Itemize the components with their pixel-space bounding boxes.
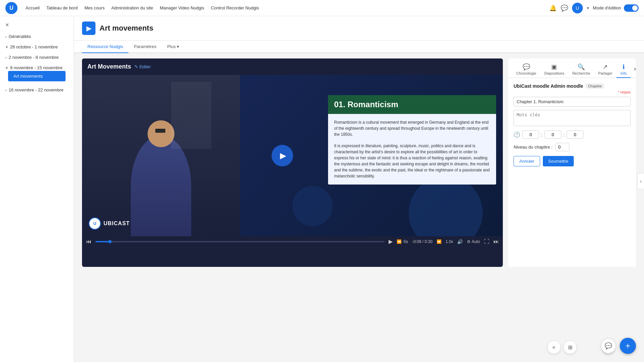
skip-to-start-button[interactable]: ⏮	[86, 239, 91, 245]
bg-circle-1	[409, 176, 483, 236]
skip-to-end-button[interactable]: ⏭	[493, 239, 499, 245]
tab-plus[interactable]: Plus ▾	[162, 41, 185, 53]
content-area: ▶ Art movements Ressource Nudgis Paramèt…	[74, 16, 644, 362]
video-controls: ⏮ ▶ ⏪ -5s -0:09 / 0:30 ⏩	[82, 236, 503, 247]
chevron-icon-generalites: ›	[5, 35, 7, 39]
edit-link[interactable]: ✎ Editer	[134, 64, 151, 69]
slide-text-2: It is expressed in literature, painting,…	[334, 143, 490, 179]
add-fab-icon: +	[626, 341, 630, 351]
sidebar-handle[interactable]: ›	[637, 173, 644, 189]
nav-prev-button[interactable]: «	[547, 340, 561, 354]
info-app-title: UbiCast moodle Admin moodle	[514, 83, 583, 89]
nav-manager-video[interactable]: Manager Video Nudgis	[160, 5, 204, 10]
nav-administration[interactable]: Administration du site	[111, 5, 153, 10]
sidebar-close-button[interactable]: ×	[0, 20, 74, 31]
ubicast-overlay: U UBICAST	[89, 217, 130, 230]
settings-icon: ⚙	[467, 239, 471, 244]
chat-icon[interactable]: 💬	[561, 4, 568, 12]
sidebar-section-nov16-header[interactable]: › 16 novembre - 22 novembre	[5, 87, 68, 92]
btn-row: Annuler Soumettre	[514, 156, 631, 166]
submit-button[interactable]: Soumettre	[543, 156, 574, 166]
panel-tab-partager[interactable]: ↗ Partager	[594, 61, 616, 78]
level-select[interactable]: 0 1 2	[555, 143, 569, 151]
panel-tab-diapositives[interactable]: ▣ Diapositives	[540, 61, 568, 78]
slide-title: 01. Romanticism	[334, 100, 398, 109]
clock-icon: 🕐	[514, 131, 520, 138]
chevron-icon-nov16: ›	[5, 88, 7, 92]
comment-fab-icon: 💬	[605, 342, 612, 350]
nav-control-recorder[interactable]: Control Recorder Nudgis	[211, 5, 259, 10]
bell-icon[interactable]: 🔔	[549, 4, 557, 12]
chapter-input[interactable]	[514, 97, 631, 107]
video-title: Art Movements	[87, 63, 131, 70]
skip-forward-icon: ⏩	[437, 239, 442, 244]
level-label: Niveau du chapitre :	[514, 145, 553, 150]
level-row: Niveau du chapitre : 0 1 2	[514, 143, 631, 151]
nav-tableau[interactable]: Tableau de bord	[46, 5, 78, 10]
time-hours-input[interactable]	[522, 130, 539, 139]
slide-body: Romanticism is a cultural movement that …	[328, 114, 496, 185]
mode-edition-container: Mode d'édition	[593, 4, 639, 12]
cancel-button[interactable]: Annuler	[514, 156, 540, 166]
partager-label: Partager	[598, 71, 612, 75]
slide-overlay: 01. Romanticism Romanticism is a cultura…	[328, 95, 496, 185]
comment-fab-button[interactable]: 💬	[601, 338, 616, 353]
tabs-bar: Ressource Nudgis Paramètres Plus ▾	[74, 41, 644, 53]
navbar-right: 🔔 💬 U ▾ Mode d'édition	[549, 3, 639, 13]
panel-tab-info[interactable]: ℹ Info	[616, 61, 631, 78]
sidebar-handle-icon: ›	[640, 178, 642, 184]
user-avatar[interactable]: U	[572, 3, 583, 13]
mode-edition-toggle[interactable]	[624, 4, 639, 12]
fab-container: 💬 +	[601, 338, 636, 354]
panel-tab-recherche[interactable]: 🔍 Recherche	[568, 61, 594, 78]
sidebar-section-oct26: ∨ 26 octobre - 1 novembre	[0, 42, 74, 52]
sidebar-section-nov2-header[interactable]: › 2 novembre - 8 novembre	[5, 55, 68, 60]
sidebar-section-nov9-header[interactable]: ∨ 9 novembre - 15 novembre	[5, 65, 68, 70]
sidebar-section-oct26-header[interactable]: ∨ 26 octobre - 1 novembre	[5, 44, 68, 49]
fullscreen-button[interactable]: ⛶	[484, 239, 489, 245]
nav-mes-cours[interactable]: Mes cours	[84, 5, 105, 10]
video-header: Art Movements ✎ Editer	[82, 58, 503, 75]
panel-tab-chronologie[interactable]: 💬 Chronologie	[512, 61, 540, 78]
sidebar-section-nov2-label: 2 novembre - 8 novembre	[9, 55, 59, 60]
navbar-logo[interactable]: U	[5, 2, 17, 14]
diapositives-label: Diapositives	[544, 71, 564, 75]
sidebar-item-art-movements[interactable]: Art movements	[8, 71, 66, 81]
skip-back-button[interactable]: ⏪ -5s	[397, 239, 408, 244]
mots-cles-input[interactable]	[514, 110, 631, 126]
page-header: ▶ Art movements	[74, 16, 644, 41]
panel-close-button[interactable]: ×	[631, 65, 636, 74]
slide-text-1: Romanticism is a cultural movement that …	[334, 119, 490, 137]
page-title: Art movements	[99, 24, 153, 33]
skip-forward-button[interactable]: ⏩	[437, 239, 442, 244]
volume-button[interactable]: 🔊	[457, 239, 463, 244]
nav-accueil[interactable]: Accueil	[26, 5, 40, 10]
tab-ressource-nudgis[interactable]: Ressource Nudgis	[82, 41, 128, 53]
mode-edition-label: Mode d'édition	[593, 5, 621, 10]
info-required-label: * requis	[514, 90, 631, 94]
panel-tabs: 💬 Chronologie ▣ Diapositives 🔍 Recherche…	[508, 58, 636, 78]
chevron-down-icon[interactable]: ▾	[587, 6, 589, 10]
sidebar-section-generalites-header[interactable]: › Généralités	[5, 34, 68, 39]
recherche-label: Recherche	[572, 71, 590, 75]
chevron-icon-nov2: ›	[5, 55, 7, 59]
info-form: UbiCast moodle Admin moodle Chapitre * r…	[508, 78, 636, 172]
info-icon: ℹ	[622, 63, 625, 71]
time-minutes-input[interactable]	[545, 130, 561, 139]
progress-bar[interactable]	[95, 241, 385, 242]
ubicast-label: UBICAST	[104, 220, 130, 227]
skip-back-label: -5s	[402, 239, 408, 244]
tab-parametres[interactable]: Paramètres	[128, 41, 162, 53]
time-seconds-input[interactable]	[567, 130, 583, 139]
play-pause-button[interactable]: ▶	[389, 238, 393, 245]
play-button[interactable]: ▶	[272, 145, 293, 166]
add-fab-button[interactable]: +	[620, 338, 636, 354]
sidebar-section-nov9: ∨ 9 novembre - 15 novembre Art movements	[0, 63, 74, 85]
speed-button[interactable]: 1.0x	[446, 239, 453, 244]
chronologie-label: Chronologie	[516, 71, 536, 75]
sidebar-section-oct26-label: 26 octobre - 1 novembre	[10, 44, 58, 49]
progress-fill	[95, 241, 110, 242]
nav-grid-button[interactable]: ⊞	[563, 340, 577, 354]
settings-button[interactable]: ⚙ Auto	[467, 239, 480, 244]
sidebar-section-generalites: › Généralités	[0, 31, 74, 42]
